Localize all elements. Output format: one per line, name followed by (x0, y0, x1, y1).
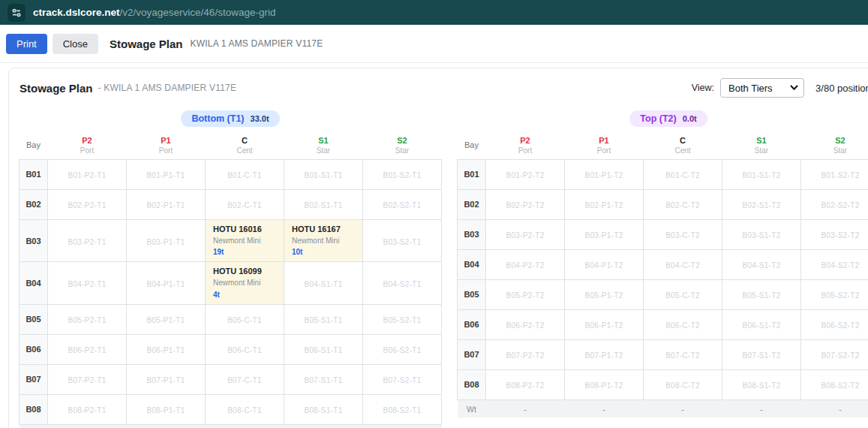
stowage-cell[interactable]: B03-C-T2 (644, 219, 722, 249)
stowage-cell[interactable]: B01-S2-T2 (801, 159, 868, 189)
bay-label: B04 (20, 262, 48, 304)
stowage-cell[interactable]: B02-C-T2 (644, 189, 722, 219)
stowage-cell[interactable]: B04-S1-T1 (284, 262, 363, 304)
stowage-cell[interactable]: B08-S2-T2 (801, 369, 868, 399)
position-placeholder: B01-C-T1 (227, 171, 262, 179)
stowage-cell[interactable]: B08-C-T1 (206, 394, 284, 424)
stowage-cell[interactable]: B07-S1-T1 (284, 364, 363, 394)
stowage-cell[interactable]: B01-S2-T1 (363, 159, 442, 189)
stowage-cell[interactable]: B04-S2-T1 (363, 262, 442, 304)
stowage-cell[interactable]: B05-P2-T1 (48, 304, 127, 334)
stowage-cell[interactable]: B02-P1-T2 (565, 189, 644, 219)
stowage-cell[interactable]: B06-C-T2 (644, 309, 722, 339)
stowage-cell[interactable]: HOTU 16099Newmont Mini4t (206, 262, 284, 304)
stowage-cell[interactable]: B02-P1-T1 (127, 189, 206, 219)
stowage-cell[interactable]: B01-P2-T2 (486, 159, 565, 189)
stowage-cell[interactable]: B06-C-T1 (206, 334, 284, 364)
stowage-cell[interactable]: B01-C-T1 (206, 159, 284, 189)
stowage-cell[interactable]: B07-C-T2 (644, 339, 722, 369)
url-path: /v2/voyageservice/46/stowage-grid (120, 7, 276, 18)
stowage-cell[interactable]: B07-P2-T2 (486, 339, 565, 369)
stowage-cell[interactable]: B02-S2-T1 (363, 189, 442, 219)
stowage-cell[interactable]: B06-P2-T1 (48, 334, 127, 364)
stowage-cell[interactable]: B08-P1-T1 (127, 394, 206, 424)
stowage-cell[interactable]: B05-S2-T2 (801, 279, 868, 309)
print-button[interactable]: Print (6, 34, 47, 54)
close-button[interactable]: Close (53, 34, 98, 54)
stowage-cell[interactable]: HOTU 16016Newmont Mini19t (206, 219, 284, 261)
stowage-cell[interactable]: B03-P2-T1 (48, 219, 127, 261)
position-placeholder: B03-C-T2 (665, 231, 700, 240)
stowage-cell[interactable]: B02-P2-T1 (48, 189, 127, 219)
stowage-cell[interactable]: B08-S1-T2 (722, 369, 801, 399)
stowage-cell[interactable]: B03-S2-T2 (801, 219, 868, 249)
stowage-cell[interactable]: B01-S1-T1 (284, 159, 363, 189)
bay-label: B05 (458, 279, 486, 309)
stowage-cell[interactable]: B06-S1-T1 (284, 334, 363, 364)
stowage-grid-t1: BayP2PortP1PortCCentS1StarS2StarB01B01-P… (19, 134, 442, 428)
stowage-cell[interactable]: B06-S2-T2 (801, 309, 868, 339)
stowage-cell[interactable]: B04-P2-T1 (48, 262, 127, 304)
stowage-cell[interactable]: B06-S2-T1 (363, 334, 442, 364)
stowage-cell[interactable]: B06-P2-T2 (486, 309, 565, 339)
stowage-cell[interactable]: B02-P2-T2 (486, 189, 565, 219)
stowage-cell[interactable]: HOTU 16167Newmont Mini10t (284, 219, 363, 261)
tier-badge-t2: Top (T2)0.0t (629, 110, 707, 127)
url-domain: ctrack.dslcore.net (33, 7, 120, 18)
stowage-cell[interactable]: B05-S2-T1 (363, 304, 442, 334)
stowage-cell[interactable]: B02-S2-T2 (801, 189, 868, 219)
position-placeholder: B02-C-T2 (665, 201, 700, 209)
stowage-cell[interactable]: B07-S2-T1 (363, 364, 442, 394)
stowage-cell[interactable]: B03-P2-T2 (486, 219, 565, 249)
stowage-cell[interactable]: B02-C-T1 (206, 189, 284, 219)
stowage-cell[interactable]: B01-P1-T1 (127, 159, 206, 189)
stowage-cell[interactable]: B07-P1-T2 (565, 339, 644, 369)
stowage-cell[interactable]: B04-P1-T2 (565, 249, 644, 279)
stowage-cell[interactable]: B06-P1-T1 (127, 334, 206, 364)
stowage-cell[interactable]: B07-S2-T2 (801, 339, 868, 369)
column-header-p1: P1Port (127, 134, 206, 159)
stowage-cell[interactable]: B03-S1-T2 (722, 219, 801, 249)
stowage-cell[interactable]: B08-P2-T1 (48, 394, 127, 424)
stowage-cell[interactable]: B04-S1-T2 (722, 249, 801, 279)
stowage-cell[interactable]: B05-C-T2 (644, 279, 722, 309)
bay-row: B04B04-P2-T1B04-P1-T1HOTU 16099Newmont M… (20, 262, 442, 304)
stowage-cell[interactable]: B05-S1-T1 (284, 304, 363, 334)
stowage-cell[interactable]: B05-S1-T2 (722, 279, 801, 309)
stowage-cell[interactable]: B08-C-T2 (644, 369, 722, 399)
stowage-cell[interactable]: B06-S1-T2 (722, 309, 801, 339)
stowage-cell[interactable]: B01-C-T2 (644, 159, 722, 189)
stowage-cell[interactable]: B02-S1-T1 (284, 189, 363, 219)
address-bar[interactable]: ctrack.dslcore.net/v2/voyageservice/46/s… (0, 0, 868, 25)
stowage-cell[interactable]: B05-C-T1 (206, 304, 284, 334)
stowage-cell[interactable]: B05-P2-T2 (486, 279, 565, 309)
position-placeholder: B04-P1-T2 (584, 261, 623, 270)
stowage-cell[interactable]: B01-P2-T1 (48, 159, 127, 189)
position-placeholder: B07-C-T1 (227, 376, 262, 384)
stowage-cell[interactable]: B01-S1-T2 (722, 159, 801, 189)
stowage-cell[interactable]: B03-P1-T1 (127, 219, 206, 261)
weight-total-row: Wt----- (458, 399, 868, 417)
stowage-cell[interactable]: B02-S1-T2 (722, 189, 801, 219)
stowage-cell[interactable]: B04-P1-T1 (127, 262, 206, 304)
stowage-cell[interactable]: B07-C-T1 (206, 364, 284, 394)
stowage-cell[interactable]: B01-P1-T2 (565, 159, 644, 189)
stowage-cell[interactable]: B08-P1-T2 (565, 369, 644, 399)
stowage-cell[interactable]: B04-P2-T2 (486, 249, 565, 279)
stowage-cell[interactable]: B05-P1-T2 (565, 279, 644, 309)
stowage-cell[interactable]: B08-P2-T2 (486, 369, 565, 399)
stowage-cell[interactable]: B05-P1-T1 (127, 304, 206, 334)
stowage-cell[interactable]: B04-C-T2 (644, 249, 722, 279)
stowage-cell[interactable]: B07-P1-T1 (127, 364, 206, 394)
bay-label: B03 (20, 219, 48, 261)
tier-badge-weight: 33.0t (251, 114, 269, 123)
stowage-cell[interactable]: B03-P1-T2 (565, 219, 644, 249)
stowage-cell[interactable]: B06-P1-T2 (565, 309, 644, 339)
stowage-cell[interactable]: B07-S1-T2 (722, 339, 801, 369)
stowage-cell[interactable]: B08-S2-T1 (363, 394, 442, 424)
stowage-cell[interactable]: B08-S1-T1 (284, 394, 363, 424)
view-select[interactable]: Both Tiers (720, 78, 804, 98)
stowage-cell[interactable]: B03-S2-T1 (363, 219, 442, 261)
stowage-cell[interactable]: B04-S2-T2 (801, 249, 868, 279)
stowage-cell[interactable]: B07-P2-T1 (48, 364, 127, 394)
